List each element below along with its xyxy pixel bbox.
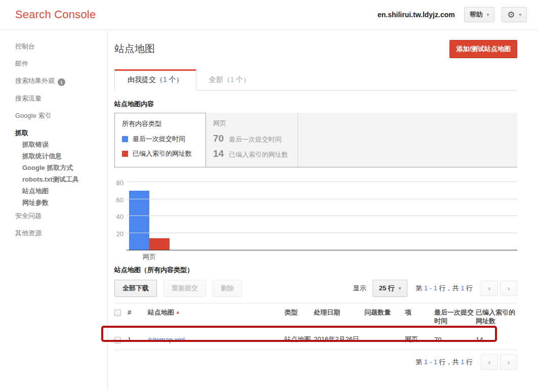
chart-bar-indexed: [149, 238, 170, 250]
legend-title: 所有内容类型: [122, 119, 198, 128]
delete-button: 删除: [213, 280, 242, 297]
pager: ‹ ›: [481, 281, 517, 296]
sitemaps-table-wrap: # 站点地图▲ 类型 处理日期 问题数量 项 最后一次提交时间 已编入索引的网址…: [114, 303, 517, 350]
table-toolbar: 全部下载 重新提交 删除 显示 25 行 ▾ 第 1 - 1 行，共 1 行 ‹…: [114, 280, 517, 297]
sitemaps-table: # 站点地图▲ 类型 处理日期 问题数量 项 最后一次提交时间 已编入索引的网址…: [114, 303, 517, 350]
info-icon[interactable]: i: [58, 78, 65, 86]
cell-indexed: 14: [476, 329, 517, 350]
sidebar-item-other-resources[interactable]: 其他资源: [15, 229, 107, 238]
main-content: 站点地图 添加/测试站点地图 由我提交（1 个） 全部（1 个） 站点地图内容 …: [108, 30, 518, 390]
app-logo[interactable]: Search Console: [15, 8, 96, 21]
column-header-type[interactable]: 类型: [284, 303, 314, 330]
sitemap-content-heading: 站点地图内容: [114, 100, 517, 109]
sidebar-item-security-issues[interactable]: 安全问题: [15, 211, 107, 221]
row-checkbox[interactable]: [114, 337, 121, 343]
sitemap-link[interactable]: /sitemap.xml: [148, 336, 185, 343]
sidebar-item-sitemaps[interactable]: 站点地图: [22, 185, 107, 197]
legend-item-indexed: 已编入索引的网址数: [122, 149, 198, 158]
sidebar-item-dashboard[interactable]: 控制台: [15, 42, 107, 51]
chart-gridline: [127, 182, 517, 182]
legend-swatch-red: [122, 151, 128, 157]
cell-items: 网页: [405, 329, 434, 350]
chevron-down-icon: ▾: [487, 12, 489, 17]
sidebar-item-crawl-errors[interactable]: 抓取错误: [22, 139, 107, 150]
tab-submitted-by-me[interactable]: 由我提交（1 个）: [114, 69, 196, 91]
help-button[interactable]: 帮助 ▾: [464, 7, 495, 22]
sidebar: 控制台 邮件 搜索结果外观i 搜索流量 Google 索引 抓取 抓取错误 抓取…: [0, 30, 108, 390]
sidebar-item-crawl-stats[interactable]: 抓取统计信息: [22, 150, 107, 162]
sidebar-item-search-appearance[interactable]: 搜索结果外观i: [15, 76, 107, 86]
help-button-label: 帮助: [470, 10, 483, 19]
sidebar-item-url-parameters[interactable]: 网址参数: [22, 197, 107, 208]
chart-xcategory-label: 网页: [129, 250, 170, 262]
content-type-selector: 所有内容类型 最后一次提交时间 已编入索引的网址数 网页 70: [114, 113, 517, 167]
topbar-right: en.shilirui.tw.ldyjz.com 帮助 ▾ ⚙ ▾: [378, 7, 527, 22]
panel-stat-indexed: 14 已编入索引的网址数: [213, 148, 291, 159]
chart-ytick-label: 20: [116, 230, 123, 238]
legend-swatch-blue: [122, 136, 128, 142]
table-row: 1 /sitemap.xml 站点地图 2016年2月26日 - 网页 70 1…: [114, 329, 517, 350]
chevron-down-icon: ▾: [519, 12, 521, 17]
column-header-last-submitted[interactable]: 最后一次提交时间: [434, 303, 476, 330]
sidebar-item-robots-tester[interactable]: robots.txt测试工具: [22, 173, 107, 185]
download-all-button[interactable]: 全部下载: [114, 280, 157, 297]
chevron-down-icon: ▾: [399, 286, 401, 291]
gear-icon: ⚙: [507, 11, 515, 19]
tab-bar: 由我提交（1 个） 全部（1 个）: [114, 69, 517, 91]
panel-title: 网页: [213, 119, 291, 128]
tab-all[interactable]: 全部（1 个）: [196, 70, 263, 90]
property-domain: en.shilirui.tw.ldyjz.com: [378, 11, 455, 19]
chart-gridline: [127, 215, 517, 216]
bottom-pagination: 第 1 - 1 行，共 1 行 ‹ ›: [114, 355, 517, 370]
chart-gridline: [127, 233, 517, 233]
legend-item-submitted: 最后一次提交时间: [122, 135, 198, 144]
chart-gridline: [127, 199, 517, 199]
column-header-indexed[interactable]: 已编入索引的网址数: [476, 303, 517, 330]
next-page-button: ›: [500, 281, 517, 296]
column-header-index[interactable]: #: [128, 303, 148, 330]
page-title: 站点地图: [114, 40, 155, 56]
cell-issues: -: [364, 329, 405, 350]
chart-ytick-label: 80: [116, 179, 123, 187]
next-page-button: ›: [500, 355, 517, 370]
column-header-items[interactable]: 项: [405, 303, 434, 330]
column-header-processed-date[interactable]: 处理日期: [314, 303, 364, 330]
chart-yaxis: 20406080: [114, 180, 127, 250]
row-range-text: 第 1 - 1 行，共 1 行: [416, 284, 473, 293]
table-header-row: # 站点地图▲ 类型 处理日期 问题数量 项 最后一次提交时间 已编入索引的网址…: [114, 303, 517, 330]
sort-asc-icon: ▲: [176, 310, 180, 315]
top-bar: Search Console en.shilirui.tw.ldyjz.com …: [0, 0, 538, 30]
resubmit-button: 重新提交: [163, 280, 206, 297]
sidebar-item-crawl[interactable]: 抓取 抓取错误 抓取统计信息 Google 抓取方式 robots.txt测试工…: [15, 128, 107, 208]
all-content-types-card[interactable]: 所有内容类型 最后一次提交时间 已编入索引的网址数: [114, 113, 206, 167]
web-pages-panel[interactable]: 网页 70 最后一次提交时间 14 已编入索引的网址数: [206, 113, 298, 167]
table-section-heading: 站点地图（所有内容类型）: [114, 266, 517, 275]
chart-ytick-label: 40: [116, 213, 123, 221]
show-rows-label: 显示: [353, 284, 366, 293]
sidebar-item-fetch-as-google[interactable]: Google 抓取方式: [22, 162, 107, 173]
chart-ytick-label: 60: [116, 196, 123, 204]
panel-stat-submitted: 70 最后一次提交时间: [213, 133, 291, 144]
pager: ‹ ›: [481, 355, 517, 370]
add-test-sitemap-button[interactable]: 添加/测试站点地图: [449, 40, 517, 58]
column-header-sitemap[interactable]: 站点地图▲: [148, 303, 284, 330]
chart-bar-submitted: [129, 191, 149, 250]
prev-page-button: ‹: [481, 355, 498, 370]
cell-processed-date: 2016年2月26日: [314, 329, 364, 350]
sidebar-item-search-traffic[interactable]: 搜索流量: [15, 94, 107, 103]
prev-page-button: ‹: [481, 281, 498, 296]
column-header-issues[interactable]: 问题数量: [364, 303, 405, 330]
row-range-text: 第 1 - 1 行，共 1 行: [416, 358, 473, 367]
type-panel-area: 网页 70 最后一次提交时间 14 已编入索引的网址数: [206, 113, 517, 167]
cell-type: 站点地图: [284, 329, 314, 350]
cell-index: 1: [128, 329, 148, 350]
sidebar-item-messages[interactable]: 邮件: [15, 59, 107, 68]
settings-button[interactable]: ⚙ ▾: [502, 7, 527, 22]
page-size-dropdown[interactable]: 25 行 ▾: [373, 280, 408, 297]
chart-bar-group: [129, 191, 170, 250]
sitemap-bar-chart: 20406080 网页: [114, 180, 517, 250]
sidebar-item-google-index[interactable]: Google 索引: [15, 111, 107, 120]
cell-last-submitted: 70: [434, 329, 476, 350]
select-all-checkbox[interactable]: [114, 310, 121, 316]
chart-plot: 网页: [127, 180, 517, 250]
